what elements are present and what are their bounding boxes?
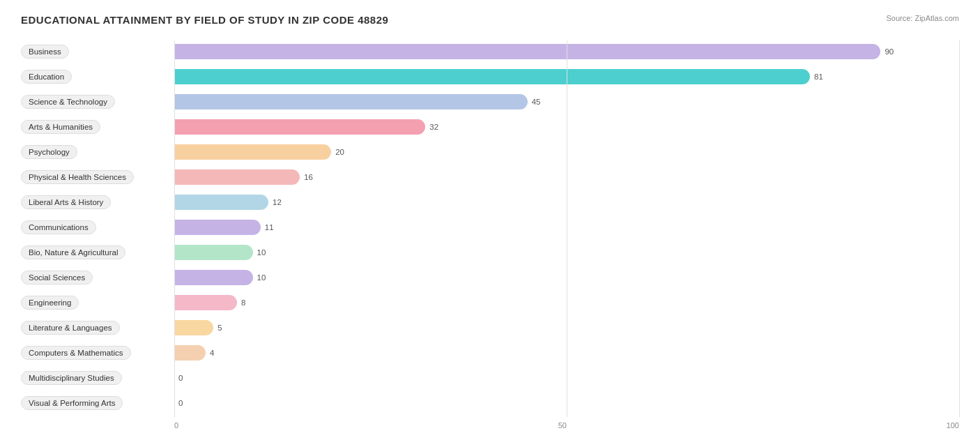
bar-label-wrap: Visual & Performing Arts bbox=[21, 393, 174, 413]
bar-label: Social Sciences bbox=[21, 271, 93, 285]
source-label: Source: ZipAtlas.com bbox=[886, 14, 959, 22]
bar bbox=[174, 69, 810, 84]
bar-value: 12 bbox=[273, 198, 282, 206]
bar-row: Computers & Mathematics4 bbox=[21, 342, 959, 364]
bar-container: 8 bbox=[174, 293, 959, 312]
x-axis-label: 100 bbox=[947, 421, 959, 430]
bar-label-wrap: Engineering bbox=[21, 293, 174, 312]
bar bbox=[174, 270, 253, 285]
bar-label-wrap: Liberal Arts & History bbox=[21, 192, 174, 212]
bar-label-wrap: Computers & Mathematics bbox=[21, 343, 174, 363]
bar-value: 90 bbox=[885, 47, 894, 56]
bar-container: 90 bbox=[174, 42, 959, 61]
bar-container: 0 bbox=[174, 393, 959, 413]
bar-value: 32 bbox=[429, 123, 438, 131]
bar-row: Multidisciplinary Studies0 bbox=[21, 367, 959, 389]
bar-value: 11 bbox=[265, 223, 274, 232]
bar bbox=[174, 44, 880, 59]
bar-label-wrap: Multidisciplinary Studies bbox=[21, 368, 174, 388]
bar-container: 32 bbox=[174, 117, 959, 137]
chart-title: EDUCATIONAL ATTAINMENT BY FIELD OF STUDY… bbox=[21, 14, 388, 26]
bar-row: Literature & Languages5 bbox=[21, 317, 959, 339]
bar-row: Liberal Arts & History12 bbox=[21, 191, 959, 213]
bar-container: 12 bbox=[174, 192, 959, 212]
bar-value: 0 bbox=[178, 374, 183, 382]
bar-label-wrap: Psychology bbox=[21, 142, 174, 162]
bar bbox=[174, 169, 300, 185]
bar-container: 10 bbox=[174, 268, 959, 287]
bar-label: Communications bbox=[21, 220, 96, 234]
bar-label-wrap: Communications bbox=[21, 218, 174, 237]
bar-container: 11 bbox=[174, 218, 959, 237]
bar bbox=[174, 195, 268, 210]
bar-label: Business bbox=[21, 45, 69, 59]
bar-label: Psychology bbox=[21, 145, 77, 159]
bar-container: 10 bbox=[174, 243, 959, 262]
bar bbox=[174, 320, 213, 335]
bar-value: 5 bbox=[217, 324, 222, 332]
bar bbox=[174, 119, 425, 135]
bar-container: 45 bbox=[174, 92, 959, 112]
bar bbox=[174, 245, 253, 260]
bar bbox=[174, 295, 237, 310]
bar-label: Multidisciplinary Studies bbox=[21, 371, 122, 385]
bar bbox=[174, 345, 206, 361]
chart-area: Business90Education81Science & Technolog… bbox=[21, 40, 959, 430]
bar-label: Visual & Performing Arts bbox=[21, 396, 123, 410]
bar-label: Bio, Nature & Agricultural bbox=[21, 245, 125, 259]
bar-row: Arts & Humanities32 bbox=[21, 116, 959, 138]
bar-value: 20 bbox=[335, 148, 344, 156]
bar-row: Communications11 bbox=[21, 216, 959, 238]
grid-line bbox=[959, 40, 960, 417]
x-axis: 050100 bbox=[21, 421, 959, 430]
x-axis-label: 0 bbox=[174, 421, 178, 430]
bar-label: Science & Technology bbox=[21, 95, 115, 109]
bar-label-wrap: Literature & Languages bbox=[21, 318, 174, 337]
bar-value: 45 bbox=[532, 98, 541, 106]
bar-row: Physical & Health Sciences16 bbox=[21, 166, 959, 188]
chart-body: Business90Education81Science & Technolog… bbox=[21, 40, 959, 417]
bar-container: 16 bbox=[174, 167, 959, 187]
bar-row: Engineering8 bbox=[21, 291, 959, 314]
bar-label-wrap: Physical & Health Sciences bbox=[21, 167, 174, 187]
bar-value: 4 bbox=[210, 349, 214, 357]
bar-value: 8 bbox=[241, 298, 245, 307]
bar-value: 16 bbox=[304, 173, 313, 181]
bar-label: Liberal Arts & History bbox=[21, 195, 111, 209]
bar-row: Business90 bbox=[21, 40, 959, 63]
bar-value: 81 bbox=[814, 73, 823, 81]
bar-label: Engineering bbox=[21, 296, 79, 310]
bar-row: Bio, Nature & Agricultural10 bbox=[21, 241, 959, 264]
bar-row: Visual & Performing Arts0 bbox=[21, 392, 959, 414]
bar-container: 0 bbox=[174, 368, 959, 388]
bar-label-wrap: Bio, Nature & Agricultural bbox=[21, 243, 174, 262]
bar-label-wrap: Science & Technology bbox=[21, 92, 174, 112]
bar-row: Science & Technology45 bbox=[21, 91, 959, 113]
bar-container: 5 bbox=[174, 318, 959, 337]
bar-label-wrap: Social Sciences bbox=[21, 268, 174, 287]
bar-value: 0 bbox=[178, 399, 183, 407]
bar-label: Computers & Mathematics bbox=[21, 346, 131, 360]
bar-row: Social Sciences10 bbox=[21, 266, 959, 289]
x-axis-label: 50 bbox=[558, 421, 567, 430]
x-axis-labels: 050100 bbox=[174, 421, 959, 430]
bar-row: Psychology20 bbox=[21, 141, 959, 163]
bar-container: 20 bbox=[174, 142, 959, 162]
bar bbox=[174, 220, 261, 235]
bar-value: 10 bbox=[257, 273, 266, 282]
bar-row: Education81 bbox=[21, 66, 959, 88]
bar-label: Arts & Humanities bbox=[21, 120, 100, 134]
bar-label: Education bbox=[21, 70, 72, 84]
bar-value: 10 bbox=[257, 248, 266, 257]
bar-container: 4 bbox=[174, 343, 959, 363]
bar bbox=[174, 144, 331, 160]
bar-label-wrap: Education bbox=[21, 67, 174, 86]
bar-container: 81 bbox=[174, 67, 959, 86]
bar-label-wrap: Arts & Humanities bbox=[21, 117, 174, 137]
bar-label: Literature & Languages bbox=[21, 321, 120, 335]
bar bbox=[174, 94, 528, 109]
bar-label: Physical & Health Sciences bbox=[21, 170, 134, 184]
bar-label-wrap: Business bbox=[21, 42, 174, 61]
